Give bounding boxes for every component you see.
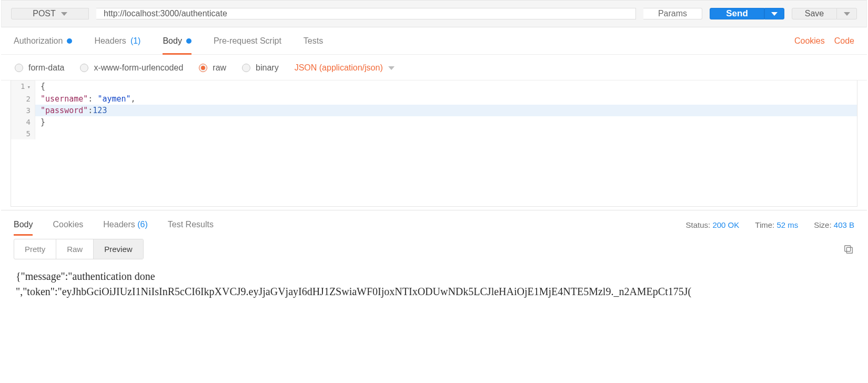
dot-icon [67, 38, 72, 44]
tab-prerequest-script[interactable]: Pre-request Script [214, 27, 281, 54]
svg-rect-1 [845, 245, 851, 251]
code-link[interactable]: Code [834, 36, 854, 46]
segment-raw[interactable]: Raw [56, 239, 93, 259]
token-punct: , [131, 94, 136, 104]
radio-icon [242, 64, 250, 72]
editor-line: 5 [11, 128, 857, 139]
save-group: Save [792, 8, 857, 19]
radio-label: form-data [28, 63, 64, 73]
request-url-text: http://localhost:3000/authenticate [104, 9, 227, 18]
radio-label: binary [256, 63, 279, 73]
http-method-select[interactable]: POST [11, 8, 89, 19]
token-brace: } [41, 117, 45, 127]
line-number: 2 [26, 95, 31, 103]
radio-icon [15, 64, 23, 72]
tab-label: Body [163, 36, 181, 46]
segment-preview[interactable]: Preview [93, 239, 143, 259]
tab-authorization[interactable]: Authorization [14, 27, 72, 54]
response-tab-cookies[interactable]: Cookies [53, 210, 83, 239]
response-tab-body[interactable]: Body [14, 210, 33, 239]
request-links: Cookies Code [794, 36, 854, 46]
send-caret-button[interactable] [764, 8, 784, 19]
tab-label: Authorization [14, 36, 63, 46]
time-meta: Time: 52 ms [755, 220, 798, 229]
fold-icon[interactable]: ▾ [27, 82, 31, 93]
chevron-down-icon [844, 12, 850, 16]
editor-line: 1▾ { [11, 80, 857, 93]
cookies-link[interactable]: Cookies [794, 36, 825, 46]
token-punct: : [88, 94, 97, 104]
tab-label: Cookies [53, 220, 83, 229]
send-group: Send [710, 8, 784, 19]
size-meta: Size: 403 B [814, 220, 854, 229]
send-button[interactable]: Send [710, 8, 764, 19]
content-type-label: JSON (application/json) [295, 63, 383, 73]
response-tab-test-results[interactable]: Test Results [168, 210, 214, 239]
send-label: Send [726, 8, 748, 19]
editor-line: 3 "password":123 [11, 105, 857, 116]
chevron-down-icon [388, 66, 395, 70]
request-tabs: Authorization Headers (1) Body Pre-reque… [1, 27, 867, 55]
line-number: 5 [26, 129, 31, 138]
time-value: 52 ms [776, 220, 798, 229]
response-view-segment: Pretty Raw Preview [14, 239, 144, 259]
status-value: 200 OK [712, 220, 739, 229]
tab-tests[interactable]: Tests [304, 27, 323, 54]
radio-label: x-www-form-urlencoded [94, 63, 183, 73]
token-punct: : [88, 106, 93, 115]
status-meta: Status: 200 OK [686, 220, 740, 229]
body-type-row: form-data x-www-form-urlencoded raw bina… [1, 55, 867, 80]
request-body-editor[interactable]: 1▾ { 2 "username": "aymen", 3 "password"… [11, 80, 857, 207]
response-tab-headers[interactable]: Headers (6) [103, 210, 148, 239]
line-number: 1 [21, 82, 25, 90]
tab-body[interactable]: Body [163, 27, 191, 54]
radio-binary[interactable]: binary [242, 63, 279, 73]
editor-line: 4 } [11, 116, 857, 128]
tab-label: Tests [304, 36, 323, 46]
tab-label: Headers [103, 220, 135, 229]
chevron-down-icon [771, 12, 778, 16]
svg-rect-0 [846, 247, 852, 253]
content-type-select[interactable]: JSON (application/json) [295, 63, 395, 73]
radio-icon [199, 64, 207, 72]
radio-urlencoded[interactable]: x-www-form-urlencoded [80, 63, 183, 73]
radio-label: raw [213, 63, 226, 73]
radio-form-data[interactable]: form-data [15, 63, 64, 73]
tab-label: Body [14, 220, 33, 229]
meta-label: Time: [755, 220, 774, 229]
copy-icon[interactable] [843, 244, 854, 255]
token-number: 123 [93, 106, 107, 115]
segment-pretty[interactable]: Pretty [14, 239, 56, 259]
line-number: 4 [26, 118, 31, 126]
size-value: 403 B [834, 220, 854, 229]
token-string: "aymen" [97, 94, 130, 104]
response-subtabs: Pretty Raw Preview [1, 239, 867, 265]
response-meta: Status: 200 OK Time: 52 ms Size: 403 B [686, 220, 854, 229]
radio-raw[interactable]: raw [199, 63, 226, 73]
headers-count: (6) [137, 220, 148, 229]
dot-icon [186, 38, 191, 44]
chevron-down-icon [61, 12, 67, 16]
token-brace: { [41, 82, 45, 91]
response-body-preview: {"message":"authentication done ","token… [1, 265, 867, 310]
tab-headers[interactable]: Headers (1) [94, 27, 140, 54]
response-tabs: Body Cookies Headers (6) Test Results St… [1, 210, 867, 239]
line-number: 3 [26, 106, 31, 115]
tab-label: Test Results [168, 220, 214, 229]
tab-label: Pre-request Script [214, 36, 281, 46]
params-button[interactable]: Params [643, 8, 702, 19]
save-caret-button[interactable] [837, 8, 857, 19]
token-key: "username" [41, 94, 88, 104]
radio-icon [80, 64, 88, 72]
params-label: Params [658, 9, 687, 18]
meta-label: Size: [814, 220, 831, 229]
editor-line: 2 "username": "aymen", [11, 93, 857, 105]
tab-label: Headers [94, 36, 126, 46]
http-method-label: POST [33, 9, 56, 18]
meta-label: Status: [686, 220, 711, 229]
headers-count: (1) [130, 36, 141, 46]
save-label: Save [805, 9, 824, 18]
save-button[interactable]: Save [792, 8, 837, 19]
request-url-input[interactable]: http://localhost:3000/authenticate [96, 8, 636, 19]
request-bar: POST http://localhost:3000/authenticate … [1, 0, 867, 27]
